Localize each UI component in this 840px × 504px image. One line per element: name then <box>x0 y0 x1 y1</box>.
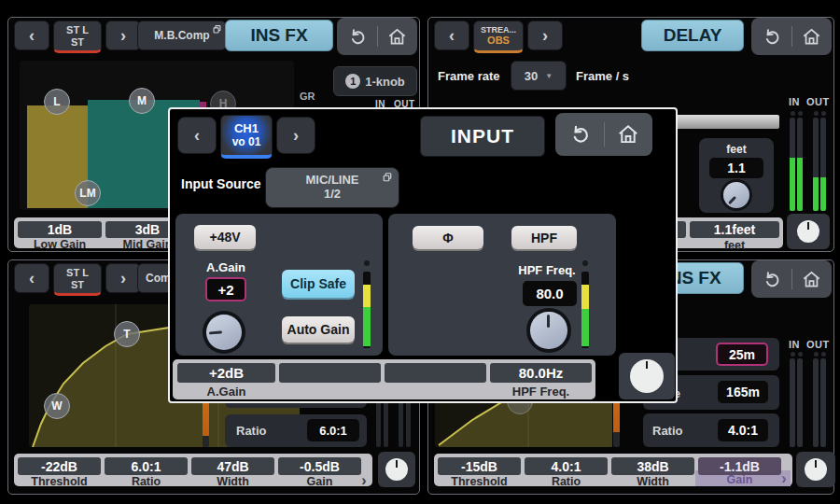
hpf-freq-value-box[interactable]: 80.0 <box>523 281 577 306</box>
hpf-button[interactable]: HPF <box>511 226 577 249</box>
lowmid-crossover-handle[interactable]: LM <box>75 180 101 206</box>
next-channel-button[interactable]: › <box>105 21 141 50</box>
out-meter-r <box>820 118 826 211</box>
clip-safe-button[interactable]: Clip Safe <box>282 270 355 298</box>
width-handle[interactable]: W <box>44 393 70 419</box>
chevron-right-icon: › <box>120 270 126 287</box>
knob-icon <box>630 359 664 393</box>
channel-select-button[interactable]: ST L ST <box>53 21 102 53</box>
preset-label: M.B.Comp <box>154 29 209 42</box>
param-label-again: A.Gain <box>177 385 275 399</box>
channel-select-button[interactable]: ST L ST <box>53 263 102 296</box>
knob-icon <box>805 458 827 481</box>
undo-icon[interactable] <box>761 269 782 290</box>
undo-icon[interactable] <box>761 26 782 48</box>
param-cell-3[interactable] <box>385 363 486 383</box>
ratio-value-box[interactable]: 6.0:1 <box>307 419 359 441</box>
param-label-lowgain: Low Gain <box>18 238 102 251</box>
home-icon[interactable] <box>801 26 822 48</box>
delay-knob[interactable] <box>721 179 752 211</box>
out-clip-dot <box>821 352 826 357</box>
param-label-gain: Gain <box>278 475 361 488</box>
divider <box>791 26 792 47</box>
param-label-ratio: Ratio <box>105 475 188 488</box>
out-meter-r <box>820 358 826 447</box>
prev-channel-button[interactable]: ‹ <box>14 21 49 50</box>
param-cell-width[interactable]: 47dB <box>191 457 274 475</box>
phantom-48v-button[interactable]: +48V <box>194 225 256 249</box>
mixer-screen: ‹ ST L ST › M.B.Comp INS FX L M H LM GR <box>0 0 840 504</box>
again-value-box[interactable]: +2 <box>205 277 246 301</box>
clip-dot <box>364 260 370 266</box>
param-cell-threshold[interactable]: -15dB <box>438 457 521 475</box>
low-band-handle[interactable]: L <box>44 89 70 115</box>
phase-button[interactable]: Φ <box>413 226 483 249</box>
page-title-insfx[interactable]: INS FX <box>225 20 333 51</box>
prev-channel-button[interactable]: ‹ <box>434 21 469 50</box>
gr-meter-label: GR <box>300 91 315 102</box>
input-source-button[interactable]: MIC/LINE 1/2 <box>265 167 399 208</box>
auto-gain-button[interactable]: Auto Gain <box>282 316 355 343</box>
next-channel-button[interactable]: › <box>527 21 563 50</box>
ratio-row: Ratio 6.0:1 <box>225 414 367 447</box>
ratio-row-label: Ratio <box>236 424 267 438</box>
more-params-icon[interactable]: › <box>777 470 791 487</box>
next-channel-button[interactable]: › <box>105 263 141 293</box>
param-cell-feet[interactable]: 1.1feet <box>690 221 779 238</box>
param-cell-2[interactable] <box>279 363 381 383</box>
in-clip-dot <box>798 352 803 357</box>
chevron-left-icon: ‹ <box>29 27 35 44</box>
next-channel-button[interactable]: › <box>276 117 315 154</box>
page-title-label: DELAY <box>664 25 722 46</box>
param-cell-ratio[interactable]: 4.0:1 <box>525 457 608 475</box>
param-cell-width[interactable]: 38dB <box>611 457 694 475</box>
feet-value-box[interactable]: 1.1 <box>709 158 763 178</box>
ratio-value-box[interactable]: 4.0:1 <box>718 419 768 441</box>
release-value-box[interactable]: 165m <box>718 381 768 403</box>
in-meter-l <box>790 118 795 211</box>
param-cell-gain[interactable]: -0.5dB <box>278 457 361 475</box>
dropdown-arrow-icon: ▼ <box>545 72 553 80</box>
home-icon[interactable] <box>386 26 408 48</box>
threshold-handle[interactable]: T <box>114 321 140 347</box>
prev-channel-button[interactable]: ‹ <box>177 117 217 154</box>
copy-icon <box>212 24 222 35</box>
param-cell-ratio[interactable]: 6.0:1 <box>105 457 188 475</box>
in-clip-dot <box>791 352 795 357</box>
touch-knob-box[interactable] <box>619 353 675 399</box>
out-meter-l <box>813 358 819 447</box>
more-params-icon[interactable]: › <box>357 472 371 489</box>
again-knob[interactable] <box>203 311 245 354</box>
home-icon[interactable] <box>616 122 640 147</box>
touch-knob-box[interactable] <box>787 214 830 249</box>
frame-rate-dropdown[interactable]: 30 ▼ <box>511 61 567 91</box>
undo-icon[interactable] <box>567 122 592 147</box>
mid-band-handle[interactable]: M <box>129 88 155 114</box>
touch-knob-box[interactable] <box>796 452 835 487</box>
nav-group <box>555 113 652 156</box>
nav-group <box>337 18 417 55</box>
param-cell-threshold[interactable]: -22dB <box>18 457 101 475</box>
attack-value-box[interactable]: 25m <box>716 343 768 366</box>
out-clip-dot <box>814 352 819 357</box>
hpf-freq-knob[interactable] <box>526 308 571 353</box>
param-label-feet: feet <box>690 239 779 252</box>
chevron-right-icon: › <box>293 127 299 144</box>
level-meter <box>363 272 371 348</box>
param-cell-lowgain[interactable]: 1dB <box>18 221 102 238</box>
one-knob-badge[interactable]: 1 1-knob <box>333 66 417 96</box>
channel-name-line2: OBS <box>487 35 510 47</box>
param-label-hpf: HPF Freq. <box>490 385 592 399</box>
undo-icon[interactable] <box>346 26 368 48</box>
channel-name-line1: ST L <box>66 24 89 36</box>
channel-select-button[interactable]: STREA... OBS <box>473 21 524 53</box>
page-title-delay[interactable]: DELAY <box>641 20 744 51</box>
touch-knob-box[interactable] <box>378 452 415 487</box>
prev-channel-button[interactable]: ‹ <box>14 263 49 293</box>
home-icon[interactable] <box>801 269 822 290</box>
again-label: A.Gain <box>187 260 265 274</box>
param-cell-hpf[interactable]: 80.0Hz <box>490 363 592 383</box>
preset-button[interactable]: M.B.Comp <box>137 21 227 50</box>
param-cell-again[interactable]: +2dB <box>177 363 275 383</box>
channel-select-button[interactable]: CH1 vo 01 <box>220 115 273 159</box>
